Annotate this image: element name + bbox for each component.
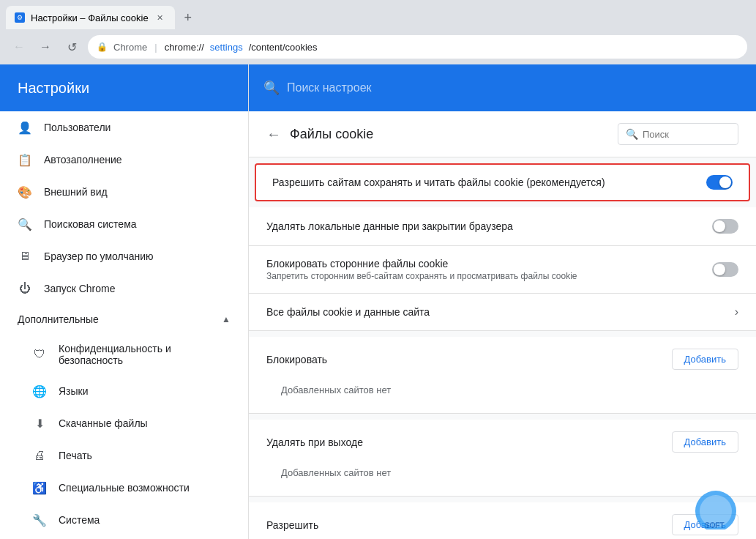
sidebar-item-browser[interactable]: 🖥 Браузер по умолчанию — [0, 240, 248, 272]
refresh-nav-button[interactable]: ↺ — [61, 37, 82, 57]
watermark: SOFT SALAD — [690, 486, 749, 532]
startup-icon: ⏻ — [18, 281, 32, 296]
settings-section: Разрешить сайтам сохранять и читать файл… — [249, 163, 756, 539]
allow-section-title: Разрешить — [266, 519, 672, 531]
delete-add-button[interactable]: Добавить — [672, 431, 738, 453]
advanced-chevron-icon: ▲ — [222, 314, 231, 324]
sidebar-label-system: Система — [59, 514, 100, 526]
sidebar-item-privacy[interactable]: 🛡 Конфиденциальность и безопасность — [15, 334, 248, 375]
block-third-party-desc: Запретить сторонним веб-сайтам сохранять… — [266, 271, 700, 281]
sidebar-item-users[interactable]: 👤 Пользователи — [0, 111, 248, 144]
content-search-icon: 🔍 — [263, 80, 280, 96]
sidebar: Настройки 👤 Пользователи 📋 Автозаполнени… — [0, 64, 249, 539]
allow-section: Разрешить Добавить Добавленных сайтов не… — [249, 502, 756, 539]
sidebar-item-downloads[interactable]: ⬇ Скачанные файлы — [15, 407, 248, 439]
content-search-input[interactable] — [287, 81, 741, 94]
sidebar-item-print[interactable]: 🖨 Печать — [15, 439, 248, 472]
block-empty-text: Добавленных сайтов нет — [266, 379, 738, 401]
allow-cookies-toggle[interactable] — [706, 175, 733, 190]
system-icon: 🔧 — [32, 513, 47, 527]
search-box[interactable]: 🔍 — [618, 123, 738, 145]
block-third-party-text: Блокировать сторонние файлы cookie Запре… — [266, 258, 700, 281]
clear-on-close-slider — [712, 219, 738, 234]
block-add-button[interactable]: Добавить — [672, 349, 738, 370]
search-box-input[interactable] — [643, 129, 730, 140]
advanced-section-header[interactable]: Дополнительные ▲ — [0, 305, 248, 334]
delete-on-exit-section: Удалять при выходе Добавить Добавленных … — [249, 420, 756, 497]
forward-nav-button[interactable]: → — [35, 37, 56, 57]
sidebar-label-browser: Браузер по умолчанию — [44, 250, 154, 262]
advanced-label: Дополнительные — [18, 313, 216, 325]
sidebar-label-languages: Языки — [59, 385, 89, 397]
sidebar-item-appearance[interactable]: 🎨 Внешний вид — [0, 176, 248, 208]
search-engine-icon: 🔍 — [18, 217, 32, 231]
tab-favicon: ⚙ — [15, 12, 25, 23]
sidebar-label-autofill: Автозаполнение — [44, 154, 122, 166]
sidebar-header: Настройки — [0, 64, 248, 111]
sidebar-label-print: Печать — [59, 450, 92, 461]
url-rest: /content/cookies — [249, 42, 318, 53]
autofill-icon: 📋 — [18, 152, 32, 167]
content-area: 🔍 ← Файлы cookie 🔍 Разрешить сайтам сохр… — [249, 64, 756, 539]
content-back-button[interactable]: ← — [266, 126, 281, 143]
clear-on-close-toggle[interactable] — [712, 219, 738, 234]
all-cookies-link-text: Все файлы cookie и данные сайта — [266, 306, 735, 318]
sidebar-label-startup: Запуск Chrome — [44, 283, 115, 294]
svg-text:SOFT: SOFT — [705, 521, 725, 529]
allow-header: Разрешить Добавить — [266, 514, 738, 535]
search-box-icon: 🔍 — [626, 128, 638, 140]
print-icon: 🖨 — [32, 448, 47, 463]
settings-content-wrapper: ← Файлы cookie 🔍 Разрешить сайтам сохран… — [249, 111, 756, 539]
clear-on-close-title: Удалять локальные данные при закрытии бр… — [266, 220, 700, 232]
sidebar-label-users: Пользователи — [44, 122, 111, 133]
block-third-party-title: Блокировать сторонние файлы cookie — [266, 258, 700, 270]
url-settings: settings — [210, 42, 243, 53]
sidebar-item-languages[interactable]: 🌐 Языки — [15, 375, 248, 407]
active-tab[interactable]: ⚙ Настройки – Файлы cookie ✕ — [6, 6, 175, 29]
block-third-party-slider — [712, 262, 738, 277]
back-nav-button[interactable]: ← — [9, 37, 29, 57]
block-third-party-toggle[interactable] — [712, 262, 738, 277]
sidebar-title: Настройки — [18, 80, 89, 97]
content-search-bar: 🔍 — [249, 64, 756, 111]
page-title: Файлы cookie — [290, 127, 609, 142]
clear-on-close-row: Удалять локальные данные при закрытии бр… — [249, 207, 756, 246]
block-header: Блокировать Добавить — [266, 349, 738, 370]
block-section-title: Блокировать — [266, 354, 672, 365]
sidebar-item-startup[interactable]: ⏻ Запуск Chrome — [0, 272, 248, 305]
sidebar-item-accessibility[interactable]: ♿ Специальные возможности — [15, 472, 248, 504]
users-icon: 👤 — [18, 120, 32, 135]
sidebar-item-reset[interactable]: 🔄 Сброс настроек и удаление вредоносного… — [15, 536, 248, 539]
delete-header: Удалять при выходе Добавить — [266, 431, 738, 453]
lock-icon: 🔒 — [97, 42, 108, 52]
sidebar-label-downloads: Скачанные файлы — [59, 417, 148, 429]
appearance-icon: 🎨 — [18, 185, 32, 199]
browser-icon: 🖥 — [18, 249, 32, 264]
delete-section-title: Удалять при выходе — [266, 436, 672, 448]
all-cookies-link[interactable]: Все файлы cookie и данные сайта › — [249, 294, 756, 331]
url-separator: | — [154, 42, 157, 53]
sidebar-item-search[interactable]: 🔍 Поисковая система — [0, 208, 248, 240]
privacy-icon: 🛡 — [32, 347, 47, 362]
delete-empty-text: Добавленных сайтов нет — [266, 461, 738, 484]
sidebar-label-accessibility: Специальные возможности — [59, 482, 190, 494]
advanced-sub-items: 🛡 Конфиденциальность и безопасность 🌐 Яз… — [0, 334, 248, 539]
sidebar-label-appearance: Внешний вид — [44, 186, 108, 198]
content-header: ← Файлы cookie 🔍 — [249, 111, 756, 157]
allow-cookies-row: Разрешить сайтам сохранять и читать файл… — [255, 163, 750, 201]
downloads-icon: ⬇ — [32, 416, 47, 431]
tab-close-button[interactable]: ✕ — [154, 12, 166, 23]
main-layout: Настройки 👤 Пользователи 📋 Автозаполнени… — [0, 64, 756, 539]
sidebar-label-privacy: Конфиденциальность и безопасность — [59, 343, 231, 366]
block-section: Блокировать Добавить Добавленных сайтов … — [249, 337, 756, 414]
allow-cookies-title: Разрешить сайтам сохранять и читать файл… — [272, 176, 695, 188]
allow-cookies-slider — [706, 175, 733, 190]
new-tab-button[interactable]: + — [178, 7, 198, 28]
url-brand: Chrome — [113, 42, 147, 53]
accessibility-icon: ♿ — [32, 480, 47, 495]
url-path: chrome:// — [165, 42, 204, 53]
sidebar-item-system[interactable]: 🔧 Система — [15, 504, 248, 536]
sidebar-item-autofill[interactable]: 📋 Автозаполнение — [0, 144, 248, 176]
url-bar[interactable]: 🔒 Chrome | chrome://settings/content/coo… — [88, 35, 747, 59]
tab-title: Настройки – Файлы cookie — [31, 12, 149, 23]
